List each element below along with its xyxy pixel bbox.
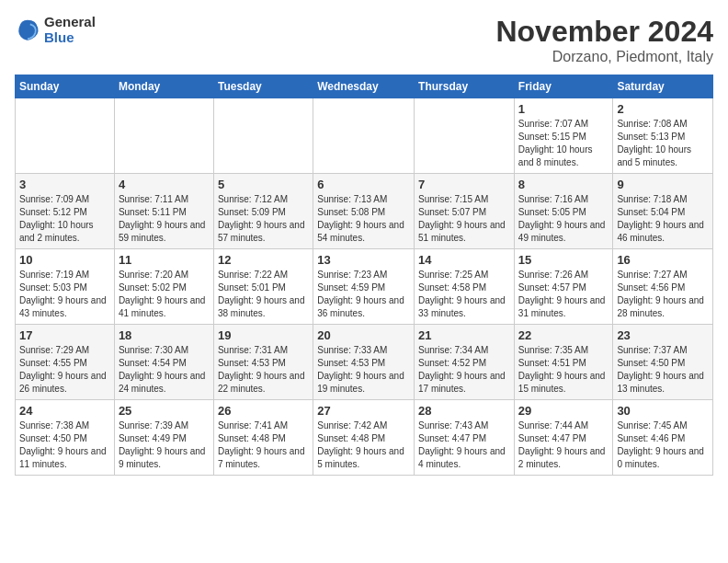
calendar-day-cell: 23Sunrise: 7:37 AM Sunset: 4:50 PM Dayli… bbox=[613, 325, 713, 400]
calendar-week-row: 10Sunrise: 7:19 AM Sunset: 5:03 PM Dayli… bbox=[16, 249, 713, 325]
day-number: 5 bbox=[218, 178, 309, 191]
day-number: 11 bbox=[119, 253, 210, 267]
day-info: Sunrise: 7:18 AM Sunset: 5:04 PM Dayligh… bbox=[617, 193, 709, 245]
calendar-week-row: 1Sunrise: 7:07 AM Sunset: 5:15 PM Daylig… bbox=[16, 98, 713, 174]
calendar-day-cell: 25Sunrise: 7:39 AM Sunset: 4:49 PM Dayli… bbox=[114, 400, 213, 476]
calendar-day-cell: 4Sunrise: 7:11 AM Sunset: 5:11 PM Daylig… bbox=[114, 174, 213, 249]
calendar-day-cell: 30Sunrise: 7:45 AM Sunset: 4:46 PM Dayli… bbox=[613, 400, 713, 476]
weekday-header: Thursday bbox=[415, 75, 515, 98]
calendar-day-cell: 18Sunrise: 7:30 AM Sunset: 4:54 PM Dayli… bbox=[114, 325, 213, 400]
day-number: 3 bbox=[19, 178, 110, 191]
calendar-day-cell: 13Sunrise: 7:23 AM Sunset: 4:59 PM Dayli… bbox=[313, 249, 415, 325]
day-number: 1 bbox=[518, 102, 609, 116]
day-info: Sunrise: 7:39 AM Sunset: 4:49 PM Dayligh… bbox=[119, 419, 210, 471]
day-number: 29 bbox=[518, 404, 609, 418]
day-info: Sunrise: 7:20 AM Sunset: 5:02 PM Dayligh… bbox=[119, 269, 210, 320]
day-info: Sunrise: 7:29 AM Sunset: 4:55 PM Dayligh… bbox=[19, 344, 110, 396]
calendar-day-cell: 1Sunrise: 7:07 AM Sunset: 5:15 PM Daylig… bbox=[514, 98, 613, 174]
weekday-header: Monday bbox=[114, 75, 213, 98]
day-info: Sunrise: 7:41 AM Sunset: 4:48 PM Dayligh… bbox=[218, 419, 309, 471]
calendar-day-cell: 24Sunrise: 7:38 AM Sunset: 4:50 PM Dayli… bbox=[16, 400, 115, 476]
calendar-day-cell bbox=[313, 98, 415, 174]
day-info: Sunrise: 7:44 AM Sunset: 4:47 PM Dayligh… bbox=[518, 419, 609, 471]
day-number: 20 bbox=[317, 328, 410, 342]
logo: General Blue bbox=[15, 15, 96, 45]
day-info: Sunrise: 7:22 AM Sunset: 5:01 PM Dayligh… bbox=[218, 269, 309, 320]
day-number: 24 bbox=[19, 404, 110, 418]
day-number: 9 bbox=[617, 178, 709, 191]
weekday-header: Saturday bbox=[613, 75, 713, 98]
weekday-header: Friday bbox=[514, 75, 613, 98]
calendar-day-cell: 22Sunrise: 7:35 AM Sunset: 4:51 PM Dayli… bbox=[514, 325, 613, 400]
calendar-day-cell: 15Sunrise: 7:26 AM Sunset: 4:57 PM Dayli… bbox=[514, 249, 613, 325]
calendar-day-cell: 9Sunrise: 7:18 AM Sunset: 5:04 PM Daylig… bbox=[613, 174, 713, 249]
weekday-header: Tuesday bbox=[213, 75, 313, 98]
day-number: 7 bbox=[418, 178, 510, 191]
day-number: 13 bbox=[317, 253, 410, 267]
day-number: 28 bbox=[418, 404, 510, 418]
calendar-day-cell: 21Sunrise: 7:34 AM Sunset: 4:52 PM Dayli… bbox=[415, 325, 515, 400]
day-info: Sunrise: 7:31 AM Sunset: 4:53 PM Dayligh… bbox=[218, 344, 309, 396]
day-info: Sunrise: 7:42 AM Sunset: 4:48 PM Dayligh… bbox=[317, 419, 410, 471]
day-number: 17 bbox=[19, 328, 110, 342]
title-area: November 2024 Dorzano, Piedmont, Italy bbox=[495, 15, 713, 65]
day-info: Sunrise: 7:27 AM Sunset: 4:56 PM Dayligh… bbox=[617, 269, 709, 320]
calendar-day-cell: 26Sunrise: 7:41 AM Sunset: 4:48 PM Dayli… bbox=[213, 400, 313, 476]
day-number: 27 bbox=[317, 404, 410, 418]
day-info: Sunrise: 7:13 AM Sunset: 5:08 PM Dayligh… bbox=[317, 193, 410, 245]
day-info: Sunrise: 7:25 AM Sunset: 4:58 PM Dayligh… bbox=[418, 269, 510, 320]
weekday-row: SundayMondayTuesdayWednesdayThursdayFrid… bbox=[16, 75, 713, 98]
calendar-day-cell: 16Sunrise: 7:27 AM Sunset: 4:56 PM Dayli… bbox=[613, 249, 713, 325]
calendar-body: 1Sunrise: 7:07 AM Sunset: 5:15 PM Daylig… bbox=[16, 98, 713, 476]
calendar-day-cell: 27Sunrise: 7:42 AM Sunset: 4:48 PM Dayli… bbox=[313, 400, 415, 476]
day-number: 12 bbox=[218, 253, 309, 267]
calendar-day-cell: 20Sunrise: 7:33 AM Sunset: 4:53 PM Dayli… bbox=[313, 325, 415, 400]
logo-text: General Blue bbox=[44, 15, 96, 45]
calendar-day-cell: 3Sunrise: 7:09 AM Sunset: 5:12 PM Daylig… bbox=[16, 174, 115, 249]
day-number: 19 bbox=[218, 328, 309, 342]
calendar-day-cell: 14Sunrise: 7:25 AM Sunset: 4:58 PM Dayli… bbox=[415, 249, 515, 325]
day-info: Sunrise: 7:19 AM Sunset: 5:03 PM Dayligh… bbox=[19, 269, 110, 320]
day-number: 10 bbox=[19, 253, 110, 267]
day-info: Sunrise: 7:15 AM Sunset: 5:07 PM Dayligh… bbox=[418, 193, 510, 245]
day-number: 16 bbox=[617, 253, 709, 267]
logo-blue-label: Blue bbox=[44, 30, 96, 46]
calendar-day-cell: 19Sunrise: 7:31 AM Sunset: 4:53 PM Dayli… bbox=[213, 325, 313, 400]
calendar-week-row: 17Sunrise: 7:29 AM Sunset: 4:55 PM Dayli… bbox=[16, 325, 713, 400]
day-info: Sunrise: 7:37 AM Sunset: 4:50 PM Dayligh… bbox=[617, 344, 709, 396]
day-info: Sunrise: 7:07 AM Sunset: 5:15 PM Dayligh… bbox=[518, 118, 609, 169]
day-number: 22 bbox=[518, 328, 609, 342]
month-title: November 2024 bbox=[495, 15, 713, 49]
day-number: 25 bbox=[119, 404, 210, 418]
calendar-day-cell: 10Sunrise: 7:19 AM Sunset: 5:03 PM Dayli… bbox=[16, 249, 115, 325]
day-info: Sunrise: 7:35 AM Sunset: 4:51 PM Dayligh… bbox=[518, 344, 609, 396]
day-info: Sunrise: 7:38 AM Sunset: 4:50 PM Dayligh… bbox=[19, 419, 110, 471]
calendar-day-cell: 5Sunrise: 7:12 AM Sunset: 5:09 PM Daylig… bbox=[213, 174, 313, 249]
day-number: 2 bbox=[617, 102, 709, 116]
calendar-day-cell: 17Sunrise: 7:29 AM Sunset: 4:55 PM Dayli… bbox=[16, 325, 115, 400]
weekday-header: Wednesday bbox=[313, 75, 415, 98]
calendar-day-cell bbox=[415, 98, 515, 174]
calendar-day-cell: 12Sunrise: 7:22 AM Sunset: 5:01 PM Dayli… bbox=[213, 249, 313, 325]
day-number: 18 bbox=[119, 328, 210, 342]
day-info: Sunrise: 7:33 AM Sunset: 4:53 PM Dayligh… bbox=[317, 344, 410, 396]
day-info: Sunrise: 7:12 AM Sunset: 5:09 PM Dayligh… bbox=[218, 193, 309, 245]
location-subtitle: Dorzano, Piedmont, Italy bbox=[495, 49, 713, 65]
day-info: Sunrise: 7:09 AM Sunset: 5:12 PM Dayligh… bbox=[19, 193, 110, 245]
day-number: 8 bbox=[518, 178, 609, 191]
calendar-day-cell bbox=[114, 98, 213, 174]
page-header: General Blue November 2024 Dorzano, Pied… bbox=[15, 15, 713, 65]
day-info: Sunrise: 7:34 AM Sunset: 4:52 PM Dayligh… bbox=[418, 344, 510, 396]
calendar-day-cell: 29Sunrise: 7:44 AM Sunset: 4:47 PM Dayli… bbox=[514, 400, 613, 476]
day-info: Sunrise: 7:08 AM Sunset: 5:13 PM Dayligh… bbox=[617, 118, 709, 169]
calendar-day-cell: 8Sunrise: 7:16 AM Sunset: 5:05 PM Daylig… bbox=[514, 174, 613, 249]
day-info: Sunrise: 7:43 AM Sunset: 4:47 PM Dayligh… bbox=[418, 419, 510, 471]
day-info: Sunrise: 7:11 AM Sunset: 5:11 PM Dayligh… bbox=[119, 193, 210, 245]
logo-icon bbox=[15, 17, 40, 43]
day-number: 26 bbox=[218, 404, 309, 418]
day-number: 4 bbox=[119, 178, 210, 191]
calendar-day-cell: 11Sunrise: 7:20 AM Sunset: 5:02 PM Dayli… bbox=[114, 249, 213, 325]
calendar-day-cell: 2Sunrise: 7:08 AM Sunset: 5:13 PM Daylig… bbox=[613, 98, 713, 174]
calendar-header: SundayMondayTuesdayWednesdayThursdayFrid… bbox=[16, 75, 713, 98]
day-info: Sunrise: 7:30 AM Sunset: 4:54 PM Dayligh… bbox=[119, 344, 210, 396]
